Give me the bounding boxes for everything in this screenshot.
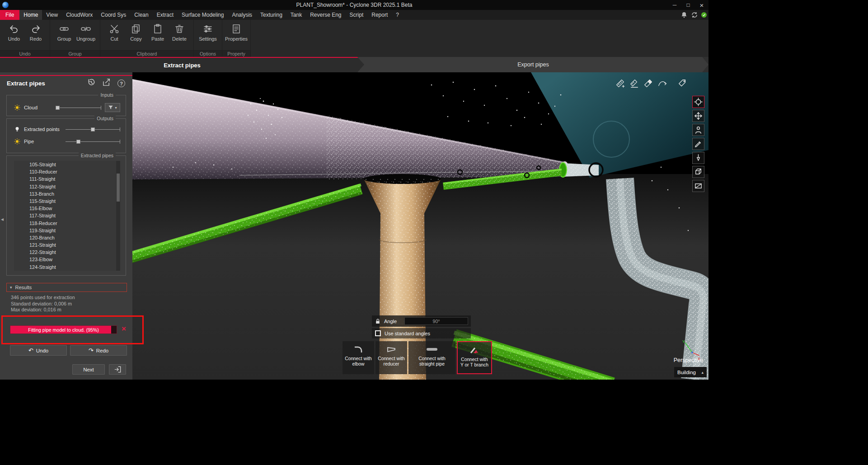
undo-button[interactable]: Undo	[5, 23, 23, 42]
label-tag-icon[interactable]	[677, 78, 689, 89]
building-dropdown[interactable]: Building ▴	[674, 367, 707, 377]
connect-with-straight-pipe-button[interactable]: Connect with straight pipe	[408, 341, 455, 374]
connect-with-elbow-button[interactable]: Connect with elbow	[343, 341, 374, 374]
extracted-points-slider[interactable]	[66, 127, 120, 132]
list-scrollbar[interactable]	[116, 161, 120, 271]
orbit-tool-icon[interactable]	[692, 96, 704, 108]
minimize-button[interactable]: ─	[668, 0, 681, 10]
draw-tool-icon[interactable]	[692, 138, 704, 150]
undo-icon	[9, 23, 19, 34]
pipe-opacity-slider[interactable]	[66, 140, 120, 144]
extracted-pipes-list[interactable]: 105-Straight 110-Reducer 111-Straight 11…	[14, 161, 120, 271]
connect-with-reducer-button[interactable]: Connect with reducer	[375, 341, 407, 374]
sun-icon[interactable]	[14, 104, 20, 111]
sun-icon[interactable]	[14, 138, 20, 145]
pipe-list-item[interactable]: 124-Straight	[14, 263, 120, 271]
pipe-list-item[interactable]: 111-Straight	[14, 175, 120, 183]
settings-button[interactable]: Settings	[198, 23, 217, 42]
menu-reverse-eng[interactable]: Reverse Eng	[306, 10, 345, 20]
first-person-tool-icon[interactable]	[692, 124, 704, 136]
sync-icon[interactable]	[691, 11, 698, 19]
slider-handle[interactable]	[76, 140, 80, 144]
panel-collapse-handle[interactable]: ◂	[1, 216, 4, 222]
3d-viewport[interactable]: Angle 90° Use standard angles Connect wi…	[132, 72, 708, 380]
menu-extract[interactable]: Extract	[153, 10, 178, 20]
menu-analysis[interactable]: Analysis	[228, 10, 256, 20]
close-button[interactable]: ×	[695, 0, 708, 10]
menu-report[interactable]: Report	[367, 10, 392, 20]
plumb-tool-icon[interactable]	[692, 152, 704, 164]
menu-clean[interactable]: Clean	[130, 10, 152, 20]
section-plane-tool-icon[interactable]	[692, 180, 704, 192]
cloud-filter-button[interactable]: ▾	[105, 103, 120, 112]
properties-button[interactable]: Properties	[227, 23, 246, 42]
pipe-list-item[interactable]: 123-Elbow	[14, 256, 120, 263]
menu-surface-modeling[interactable]: Surface Modeling	[178, 10, 228, 20]
pipe-list-item[interactable]: 120-Branch	[14, 234, 120, 241]
pipe-list-item[interactable]: 115-Straight	[14, 197, 120, 205]
pip e-list-item[interactable]: 112-Straight	[14, 183, 120, 190]
chevron-down-icon: ▾	[10, 285, 12, 290]
next-button[interactable]: Next	[72, 364, 105, 375]
ungroup-button[interactable]: Ungroup	[76, 23, 95, 42]
cloud-opacity-slider[interactable]	[56, 106, 101, 110]
measure-curve-icon[interactable]	[657, 78, 668, 89]
status-online-icon[interactable]	[701, 12, 707, 18]
pipe-list-item[interactable]: 121-Straight	[14, 241, 120, 249]
panel-redo-button[interactable]: ↷ Redo	[70, 345, 127, 356]
menu-home[interactable]: Home	[19, 10, 42, 20]
maximize-button[interactable]: □	[681, 0, 695, 10]
use-standard-angles-label: Use standard angles	[385, 331, 430, 336]
pipe-list-item[interactable]: 113-Branch	[14, 190, 120, 197]
redo-button[interactable]: Redo	[26, 23, 45, 42]
paste-button[interactable]: Paste	[148, 23, 167, 42]
export-result-icon[interactable]	[102, 78, 111, 89]
delete-button[interactable]: Delete	[170, 23, 189, 42]
bulb-icon[interactable]	[14, 126, 20, 132]
slider-handle[interactable]	[91, 127, 95, 132]
panel-undo-button[interactable]: ↶ Undo	[10, 345, 67, 356]
menu-cloudworx[interactable]: CloudWorx	[62, 10, 97, 20]
notification-bell-icon[interactable]	[680, 11, 688, 19]
pipe-list-item[interactable]: 105-Straight	[14, 161, 120, 168]
slider-handle[interactable]	[56, 106, 60, 110]
fitting-progress-bar: Fitting pipe model to cloud. (95%)	[10, 325, 117, 334]
cube-view-tool-icon[interactable]	[692, 166, 704, 178]
pan-tool-icon[interactable]	[692, 110, 704, 122]
pipe-list-item[interactable]: 122-Straight	[14, 249, 120, 256]
tab-extract-pipes[interactable]: Extract pipes	[0, 57, 364, 72]
panel-accent-line	[0, 75, 132, 76]
menu-help[interactable]: ?	[392, 10, 403, 20]
pipe-list-item[interactable]: 119-Straight	[14, 227, 120, 234]
ribbon-group-clipboard: Cut Copy Paste Delete Clipboard	[100, 20, 194, 57]
axes-widget: Y X	[680, 339, 701, 361]
measure-oblique-icon[interactable]	[629, 78, 640, 89]
pipe-list-item[interactable]: 110-Reducer	[14, 168, 120, 175]
use-standard-angles-checkbox[interactable]	[375, 330, 381, 336]
cut-button[interactable]: Cut	[105, 23, 124, 42]
finish-exit-button[interactable]	[109, 364, 126, 375]
connect-options-row: Connect with elbow Connect with reducer …	[343, 341, 492, 374]
group-button[interactable]: Group	[55, 23, 74, 42]
pipe-list-item[interactable]: 117-Straight	[14, 212, 120, 219]
ribbon-group-label: Property	[222, 50, 250, 57]
menu-file[interactable]: File	[0, 10, 19, 20]
menu-script[interactable]: Script	[346, 10, 368, 20]
scrollbar-thumb[interactable]	[117, 174, 120, 202]
menu-coord-sys[interactable]: Coord Sys	[97, 10, 130, 20]
menu-tank[interactable]: Tank	[286, 10, 306, 20]
history-icon[interactable]	[87, 78, 95, 89]
menu-view[interactable]: View	[42, 10, 62, 20]
menu-texturing[interactable]: Texturing	[256, 10, 286, 20]
measure-surface-icon[interactable]	[643, 78, 654, 89]
cancel-progress-button[interactable]: ×	[119, 324, 128, 333]
results-collapse-header[interactable]: ▾ Results	[6, 283, 127, 292]
tab-export-pipes[interactable]: Export pipes	[358, 57, 708, 72]
pipe-list-item[interactable]: 116-Elbow	[14, 205, 120, 212]
measure-distance-icon[interactable]	[615, 78, 626, 89]
connect-with-y-or-t-branch-button[interactable]: Connect with Y or T branch	[457, 341, 492, 374]
pipe-list-item[interactable]: 118-Reducer	[14, 220, 120, 227]
copy-button[interactable]: Copy	[127, 23, 145, 42]
angle-input[interactable]: 90°	[404, 317, 468, 325]
help-icon[interactable]: ?	[117, 80, 125, 87]
